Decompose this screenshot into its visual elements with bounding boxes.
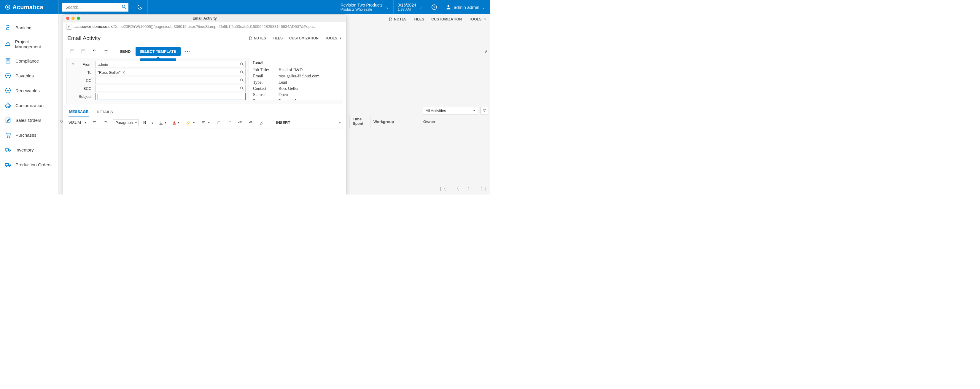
subject-field[interactable] bbox=[95, 93, 246, 100]
tab-message[interactable]: MESSAGE bbox=[68, 107, 89, 117]
popup-notes-button[interactable]: NOTES bbox=[248, 36, 266, 40]
main-files-button[interactable]: FILES bbox=[414, 17, 425, 21]
nav-label: Project Management bbox=[15, 39, 54, 49]
editor-undo-button[interactable] bbox=[91, 120, 99, 126]
truck-icon bbox=[5, 146, 11, 153]
editor-mode-select[interactable]: VISUAL▼ bbox=[67, 120, 88, 125]
insert-menu[interactable]: INSERT bbox=[275, 120, 291, 125]
help-button[interactable]: ? bbox=[427, 0, 441, 14]
user-menu[interactable]: admin admin ⌄ bbox=[441, 0, 490, 14]
font-color-button[interactable]: A▼ bbox=[172, 120, 181, 125]
numbered-list-button[interactable]: 12 bbox=[215, 120, 222, 126]
main-customization-button[interactable]: CUSTOMIZATION bbox=[431, 17, 462, 21]
popup-titlebar[interactable]: Email Activity bbox=[63, 14, 346, 22]
nav-project-management[interactable]: Project Management bbox=[0, 35, 59, 53]
acumatica-logo-icon bbox=[5, 4, 11, 10]
minus-circle-icon bbox=[5, 72, 11, 79]
nav-compliance[interactable]: Compliance bbox=[0, 53, 59, 68]
expand-editor-button[interactable]: » bbox=[337, 120, 342, 125]
page-prev-button[interactable]: 〈 bbox=[454, 186, 459, 192]
clear-format-button[interactable] bbox=[258, 120, 265, 126]
bullet-list-button[interactable] bbox=[226, 120, 233, 126]
bold-icon: B bbox=[143, 120, 146, 125]
grid-pager: |〈 〈 〉 〉| bbox=[440, 186, 487, 192]
global-search-input[interactable] bbox=[62, 3, 129, 11]
brand-logo[interactable]: Acumatica bbox=[0, 0, 59, 14]
lead-heading: Lead bbox=[253, 60, 339, 67]
cc-field[interactable] bbox=[95, 77, 246, 84]
email-body-editor[interactable] bbox=[63, 129, 346, 195]
app-header: Acumatica Revision Two Products Products… bbox=[0, 0, 490, 14]
popup-files-button[interactable]: FILES bbox=[273, 36, 283, 40]
svg-text:?: ? bbox=[433, 5, 435, 9]
outdent-button[interactable] bbox=[236, 120, 243, 126]
indent-button[interactable] bbox=[247, 120, 254, 126]
funnel-icon bbox=[482, 108, 487, 113]
underline-button[interactable]: U▼ bbox=[158, 120, 168, 126]
paragraph-style-select[interactable]: Paragraph bbox=[113, 119, 138, 126]
select-template-button[interactable]: SELECT TEMPLATE Select Template bbox=[135, 47, 181, 56]
bcc-field[interactable] bbox=[95, 85, 246, 92]
popup-url[interactable]: acupower-demo.co.uk/Demo23R2/(W(10005))/… bbox=[75, 24, 343, 29]
editor-redo-button[interactable] bbox=[102, 120, 109, 126]
page-next-button[interactable]: 〉 bbox=[468, 186, 472, 192]
search-icon[interactable] bbox=[121, 4, 127, 10]
align-button[interactable]: ▼ bbox=[200, 120, 212, 126]
hardhat-icon bbox=[5, 41, 11, 48]
lookup-icon[interactable] bbox=[240, 78, 244, 83]
remove-recipient-button[interactable]: ✕ bbox=[122, 70, 126, 75]
nav-label: Receivables bbox=[16, 88, 40, 93]
email-form: *From: admin To: "Ross Geller" ✕ bbox=[66, 58, 343, 104]
main-notes-button[interactable]: NOTES bbox=[388, 17, 407, 21]
popup-customization-button[interactable]: CUSTOMIZATION bbox=[289, 36, 318, 40]
nav-label: Customization bbox=[16, 103, 44, 108]
col-time-spent[interactable]: Time Spent bbox=[349, 115, 370, 128]
nav-customization[interactable]: Customization bbox=[0, 98, 59, 113]
truck-icon bbox=[5, 161, 11, 168]
from-field[interactable]: admin bbox=[95, 61, 246, 68]
page-last-button[interactable]: 〉| bbox=[480, 186, 487, 192]
italic-button[interactable]: I bbox=[151, 119, 155, 126]
lookup-icon[interactable] bbox=[240, 86, 244, 91]
svg-point-22 bbox=[9, 151, 10, 152]
tab-details[interactable]: DETAILS bbox=[96, 107, 114, 117]
align-left-icon bbox=[201, 121, 206, 125]
nav-inventory[interactable]: Inventory bbox=[0, 142, 59, 157]
nav-banking[interactable]: Banking bbox=[0, 20, 59, 35]
save-button bbox=[79, 46, 88, 56]
nav-purchases[interactable]: Purchases bbox=[0, 127, 59, 142]
collapse-panel-button[interactable]: ʌ bbox=[484, 44, 489, 59]
activities-filter-select[interactable]: All Activities ▼ bbox=[423, 107, 478, 114]
undo-button[interactable] bbox=[90, 46, 99, 56]
svg-rect-28 bbox=[81, 49, 85, 53]
activities-filter-label: All Activities bbox=[426, 108, 446, 113]
highlight-button[interactable]: ▼ bbox=[185, 120, 196, 126]
send-button[interactable]: SEND bbox=[116, 49, 134, 54]
site-settings-icon[interactable]: ⇄ bbox=[66, 24, 72, 30]
filter-button[interactable] bbox=[480, 107, 488, 114]
nav-receivables[interactable]: Receivables bbox=[0, 83, 59, 98]
more-actions-button[interactable]: ⋯ bbox=[182, 48, 193, 54]
col-workgroup[interactable]: Workgroup bbox=[370, 115, 420, 128]
redo-icon bbox=[103, 121, 108, 125]
nav-sales-orders[interactable]: Sales Orders bbox=[0, 113, 59, 127]
history-button[interactable] bbox=[132, 0, 148, 14]
svg-line-37 bbox=[242, 89, 243, 89]
puzzle-icon bbox=[5, 102, 11, 108]
popup-tools-button[interactable]: TOOLS▼ bbox=[325, 36, 342, 40]
nav-payables[interactable]: Payables bbox=[0, 68, 59, 83]
lookup-icon[interactable] bbox=[240, 62, 244, 67]
delete-button[interactable] bbox=[101, 46, 111, 56]
page-first-button[interactable]: |〈 bbox=[440, 186, 446, 192]
business-date-selector[interactable]: 9/16/2024 1:37 AM ⌄ bbox=[393, 0, 427, 14]
to-field[interactable]: "Ross Geller" ✕ bbox=[95, 69, 246, 76]
col-owner[interactable]: Owner bbox=[420, 115, 465, 128]
lookup-icon[interactable] bbox=[240, 70, 244, 75]
nav-production-orders[interactable]: Production Orders bbox=[0, 157, 59, 172]
svg-point-21 bbox=[6, 151, 7, 152]
svg-point-36 bbox=[240, 87, 243, 89]
main-tools-button[interactable]: TOOLS▼ bbox=[469, 17, 487, 21]
bold-button[interactable]: B bbox=[142, 119, 147, 126]
company-selector[interactable]: Revision Two Products Products Wholesale… bbox=[336, 0, 393, 14]
nav-label: Payables bbox=[16, 73, 34, 78]
